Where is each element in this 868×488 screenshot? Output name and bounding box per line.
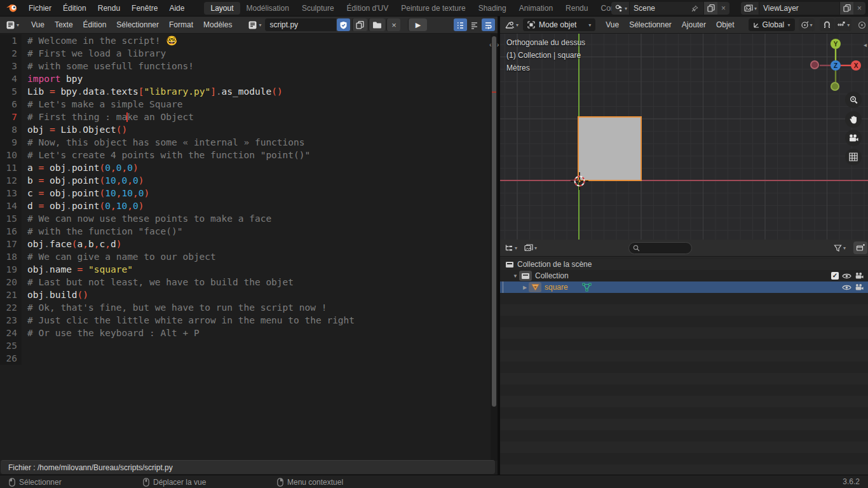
area-split-handles[interactable]: ‹› — [489, 41, 504, 48]
viewlayer-name-field[interactable]: ViewLayer — [759, 2, 839, 15]
eye-icon[interactable] — [842, 284, 851, 291]
code-line[interactable]: 11a = obj.point(0,0,0) — [0, 161, 489, 174]
text-unlink-button[interactable]: × — [386, 18, 400, 31]
text-menu-format[interactable]: Format — [164, 20, 198, 29]
toggle-view-button[interactable] — [845, 149, 862, 165]
exclude-checkbox[interactable]: ✓ — [831, 272, 839, 280]
code-line[interactable]: 5Lib = bpy.data.texts["library.py"].as_m… — [0, 85, 489, 98]
tab-peinture-de-texture[interactable]: Peinture de texture — [395, 2, 471, 15]
menu-fichier[interactable]: Fichier — [23, 2, 57, 15]
outliner-search-input[interactable] — [628, 242, 692, 254]
tab-modelisation[interactable]: Modélisation — [240, 2, 295, 15]
scene-name-field[interactable]: Scene — [630, 2, 703, 15]
transform-orientation-dropdown[interactable]: Global ▾ — [749, 18, 795, 31]
viewport-menu-selectionner[interactable]: Sélectionner — [624, 20, 677, 29]
pan-button[interactable] — [845, 111, 862, 128]
run-script-button[interactable]: ▶ — [408, 18, 427, 31]
code-line[interactable]: 23# Just clic the little white arrow in … — [0, 314, 489, 327]
syntax-highlight-toggle[interactable] — [468, 18, 481, 31]
code-line[interactable]: 7# First thing : make an Object — [0, 111, 489, 123]
code-line[interactable]: 19obj.name = "square" — [0, 263, 489, 276]
code-line[interactable]: 21obj.build() — [0, 288, 489, 301]
code-area[interactable]: 1# Welcome in the script! 🤓2# First we l… — [0, 34, 489, 365]
text-new-button[interactable] — [352, 18, 367, 31]
text-name-field[interactable]: script.py — [265, 18, 336, 31]
code-line[interactable]: 26 — [0, 352, 489, 365]
menu-rendu[interactable]: Rendu — [92, 2, 126, 15]
code-line[interactable]: 1# Welcome in the script! 🤓 — [0, 34, 489, 47]
camera-view-button[interactable] — [845, 130, 862, 146]
text-menu-edition[interactable]: Édition — [78, 20, 112, 29]
viewlayer-browse-button[interactable]: ▾ — [741, 2, 759, 15]
editor-type-button[interactable]: ▾ — [503, 18, 520, 31]
zoom-button[interactable] — [845, 92, 862, 108]
code-line[interactable]: 3# with some usefull functions! — [0, 60, 489, 72]
tab-edition-d-uv[interactable]: Édition d'UV — [341, 2, 395, 15]
pin-icon[interactable] — [691, 5, 700, 12]
viewport-menu-vue[interactable]: Vue — [600, 20, 624, 29]
mode-dropdown[interactable]: Mode objet ▾ — [523, 18, 595, 31]
tab-shading[interactable]: Shading — [472, 2, 513, 15]
row-collection[interactable]: ▼ Collection ✓ — [500, 270, 868, 281]
snap-settings-dropdown[interactable]: ▾ — [835, 18, 851, 31]
tab-animation[interactable]: Animation — [513, 2, 559, 15]
tab-layout[interactable]: Layout — [204, 2, 240, 15]
new-collection-button[interactable] — [853, 241, 867, 254]
scene-unlink-button[interactable]: × — [717, 2, 729, 15]
editor-type-button[interactable]: ▾ — [4, 18, 21, 31]
pivot-point-dropdown[interactable]: ▾ — [799, 18, 815, 31]
menu-aide[interactable]: Aide — [163, 2, 190, 15]
disclosure-triangle-icon[interactable]: ▶ — [521, 285, 529, 290]
code-line[interactable]: 2# First we load a library — [0, 47, 489, 60]
code-line[interactable]: 25 — [0, 339, 489, 352]
row-scene-collection[interactable]: Collection de la scène — [500, 259, 868, 270]
tab-sculpture[interactable]: Sculpture — [295, 2, 341, 15]
text-menu-vue[interactable]: Vue — [26, 20, 50, 29]
viewport-menu-ajouter[interactable]: Ajouter — [677, 20, 711, 29]
register-toggle[interactable] — [337, 18, 350, 31]
word-wrap-toggle[interactable] — [482, 18, 495, 31]
camera-icon[interactable] — [855, 283, 864, 291]
code-line[interactable]: 15# We can now use these points to make … — [0, 212, 489, 225]
code-line[interactable]: 10# Let's create 4 points with the funct… — [0, 149, 489, 161]
code-line[interactable]: 4import bpy — [0, 72, 489, 85]
sidebar-collapse-arrow[interactable]: ◂ — [864, 41, 867, 48]
snap-toggle[interactable] — [820, 18, 835, 31]
text-browse-button[interactable]: ▾ — [246, 18, 263, 31]
navigation-gizmo[interactable]: Y Z X — [815, 41, 865, 92]
mesh-data-icon[interactable] — [582, 283, 592, 292]
camera-icon[interactable] — [855, 272, 864, 280]
viewlayer-new-copy-button[interactable] — [839, 2, 853, 15]
proportional-editing-toggle[interactable] — [855, 18, 868, 31]
row-object-square[interactable]: ▶ square — [500, 281, 868, 293]
code-line[interactable]: 12b = obj.point(10,0,0) — [0, 174, 489, 187]
text-menu-texte[interactable]: Texte — [50, 20, 78, 29]
code-line[interactable]: 22# Ok, that's fine, but we have to run … — [0, 301, 489, 314]
gizmo-minus-y-axis[interactable] — [831, 82, 839, 91]
disclosure-triangle-icon[interactable]: ▼ — [512, 273, 519, 279]
filter-id-dropdown[interactable]: ▾ — [522, 241, 539, 254]
menu-fenetre[interactable]: Fenêtre — [126, 2, 163, 15]
filter-dropdown[interactable]: ▾ — [832, 241, 848, 254]
code-line[interactable]: 14d = obj.point(0,10,0) — [0, 200, 489, 212]
gizmo-x-axis[interactable]: X — [851, 60, 861, 71]
code-line[interactable]: 8obj = Lib.Object() — [0, 123, 489, 136]
viewport-menu-objet[interactable]: Objet — [711, 20, 740, 29]
menu-edition[interactable]: Édition — [57, 2, 92, 15]
text-open-button[interactable] — [369, 18, 385, 31]
code-line[interactable]: 20# Last but not least, we have to build… — [0, 276, 489, 288]
viewlayer-remove-button[interactable]: × — [853, 2, 865, 15]
code-line[interactable]: 16# with the function "face()" — [0, 225, 489, 238]
code-line[interactable]: 17obj.face(a,b,c,d) — [0, 238, 489, 250]
viewport-3d[interactable]: Orthogonale du dessus (1) Collection | s… — [500, 34, 868, 240]
code-line[interactable]: 9# Now, this object has some « internal … — [0, 136, 489, 149]
scene-browse-button[interactable]: ▾ — [611, 2, 630, 15]
text-menu-selectionner[interactable]: Sélectionner — [111, 20, 164, 29]
line-numbers-toggle[interactable] — [454, 18, 467, 31]
scene-new-copy-button[interactable] — [703, 2, 717, 15]
text-menu-modeles[interactable]: Modèles — [198, 20, 237, 29]
code-line[interactable]: 13c = obj.point(10,10,0) — [0, 187, 489, 200]
gizmo-minus-x-axis[interactable] — [810, 60, 819, 69]
code-line[interactable]: 6# Let's make a simple Square — [0, 98, 489, 111]
gizmo-y-axis[interactable]: Y — [831, 39, 841, 49]
